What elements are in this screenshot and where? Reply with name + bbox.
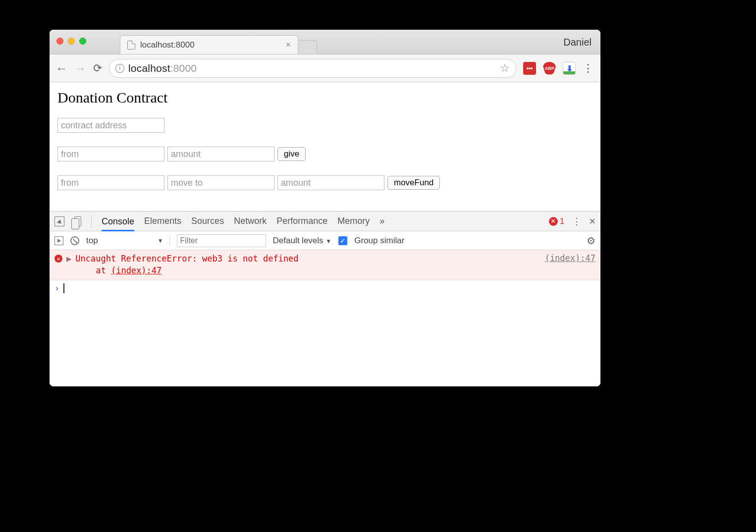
error-source-link[interactable]: (index):47 [545, 253, 595, 263]
close-window-button[interactable] [56, 38, 63, 45]
give-from-input[interactable] [57, 147, 164, 161]
give-button[interactable]: give [277, 147, 306, 161]
clear-console-icon[interactable] [70, 236, 79, 245]
device-toolbar-icon[interactable] [74, 216, 81, 226]
devtools-menu-icon[interactable]: ⋮ [572, 216, 581, 227]
log-levels-dropdown[interactable]: Default levels ▼ [273, 236, 332, 246]
extension-adblockplus-icon[interactable]: ABP [543, 62, 556, 75]
window-controls [56, 38, 86, 45]
address-bar[interactable]: i localhost:8000 ☆ [109, 59, 516, 78]
move-amount-input[interactable] [277, 175, 384, 190]
text-cursor [63, 283, 64, 293]
site-info-icon[interactable]: i [115, 64, 124, 73]
chrome-menu-icon[interactable]: ⋮ [583, 62, 594, 75]
contract-address-input[interactable] [57, 118, 164, 133]
close-tab-icon[interactable]: × [285, 40, 291, 50]
devtools-panel: Console Elements Sources Network Perform… [50, 211, 600, 386]
movefund-row: moveFund [57, 175, 593, 190]
group-similar-label: Group similar [354, 236, 404, 246]
error-icon: ✕ [54, 255, 62, 263]
reload-button[interactable]: ⟳ [93, 62, 102, 75]
move-from-input[interactable] [57, 175, 164, 190]
contract-address-row [57, 118, 593, 133]
titlebar: localhost:8000 × Daniel [50, 30, 600, 54]
browser-window: localhost:8000 × Daniel ← → ⟳ i localhos… [50, 30, 600, 386]
tab-more-icon[interactable]: » [379, 216, 384, 226]
console-error-row[interactable]: ✕ ▶ Uncaught ReferenceError: web3 is not… [50, 250, 600, 280]
prompt-chevron-icon: › [54, 283, 59, 293]
tab-elements[interactable]: Elements [144, 216, 181, 226]
tab-sources[interactable]: Sources [191, 216, 224, 226]
tab-title: localhost:8000 [140, 40, 280, 50]
error-count-badge[interactable]: ✕1 [549, 216, 564, 226]
tab-network[interactable]: Network [234, 216, 267, 226]
give-row: give [57, 147, 593, 161]
execution-context-icon[interactable] [54, 236, 63, 245]
browser-toolbar: ← → ⟳ i localhost:8000 ☆ ••• ABP ⬇ ⋮ [50, 54, 600, 82]
minimize-window-button[interactable] [68, 38, 75, 45]
tab-console[interactable]: Console [102, 216, 134, 231]
fullscreen-window-button[interactable] [79, 38, 86, 45]
console-output: ✕ ▶ Uncaught ReferenceError: web3 is not… [50, 250, 600, 386]
console-prompt[interactable]: › [50, 280, 600, 296]
page-content: Donation Contract give moveFund [50, 82, 600, 211]
browser-tab[interactable]: localhost:8000 × [120, 35, 298, 54]
tab-performance[interactable]: Performance [276, 216, 327, 226]
devtools-close-icon[interactable]: × [589, 215, 595, 228]
url-text: localhost:8000 [128, 62, 197, 74]
page-icon [127, 41, 135, 50]
error-message: Uncaught ReferenceError: web3 is not def… [75, 253, 298, 277]
devtools-tabstrip: Console Elements Sources Network Perform… [50, 212, 600, 231]
extension-lastpass-icon[interactable]: ••• [523, 62, 536, 75]
extension-download-icon[interactable]: ⬇ [563, 62, 576, 75]
bookmark-star-icon[interactable]: ☆ [500, 62, 510, 75]
group-similar-checkbox[interactable]: ✓ [338, 236, 347, 245]
inspect-element-icon[interactable] [54, 216, 64, 226]
new-tab-button[interactable] [297, 40, 317, 54]
context-selector[interactable]: top▼ [86, 236, 170, 246]
error-stack-link[interactable]: (index):47 [111, 266, 162, 275]
forward-button[interactable]: → [74, 61, 86, 75]
disclosure-triangle-icon[interactable]: ▶ [66, 254, 71, 264]
page-heading: Donation Contract [57, 89, 593, 106]
movefund-button[interactable]: moveFund [387, 176, 440, 190]
back-button[interactable]: ← [55, 61, 67, 75]
tab-memory[interactable]: Memory [337, 216, 370, 226]
console-settings-icon[interactable]: ⚙ [587, 235, 595, 247]
move-to-input[interactable] [167, 175, 274, 190]
console-filter-input[interactable] [177, 234, 266, 247]
give-amount-input[interactable] [167, 147, 274, 161]
divider [91, 215, 92, 228]
profile-name[interactable]: Daniel [563, 37, 592, 48]
console-toolbar: top▼ Default levels ▼ ✓ Group similar ⚙ [50, 231, 600, 250]
